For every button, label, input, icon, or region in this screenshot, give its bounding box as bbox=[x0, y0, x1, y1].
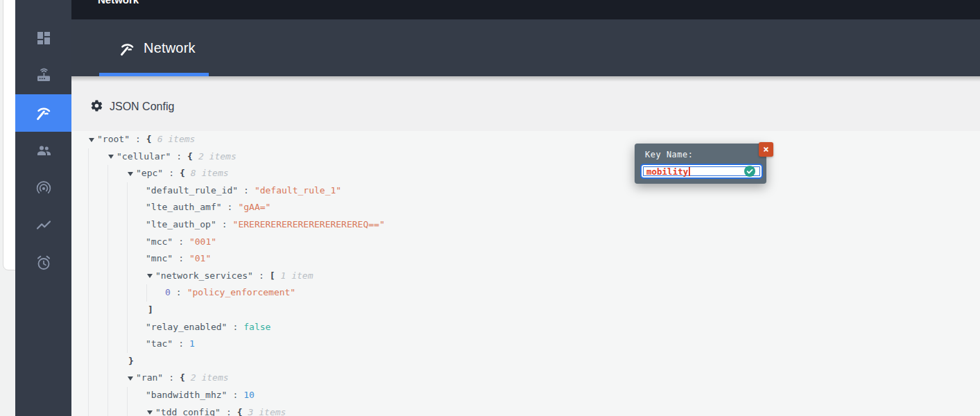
active-tab-indicator bbox=[99, 73, 209, 76]
key-name-popup: Key Name: × mobility bbox=[635, 144, 766, 184]
chart-icon bbox=[35, 217, 52, 234]
json-value[interactable]: 1 bbox=[189, 338, 195, 349]
json-key: "ran" bbox=[136, 372, 163, 383]
check-circle-icon[interactable] bbox=[744, 166, 755, 177]
tree-row-relay-enabled: "relay_enabled":false bbox=[137, 319, 980, 336]
tree-row-ran: "ran":{2 items bbox=[117, 370, 980, 387]
json-value[interactable]: "gAA=" bbox=[238, 202, 270, 212]
json-key: "lte_auth_amf" bbox=[146, 202, 222, 212]
open-bracket: [ bbox=[270, 270, 275, 281]
tree-row-tac: "tac":1 bbox=[137, 336, 980, 353]
separator: : bbox=[232, 390, 238, 400]
open-brace: { bbox=[187, 151, 193, 162]
sidebar bbox=[15, 0, 71, 416]
tree-row-cellular: "cellular":{2 items bbox=[98, 148, 980, 166]
json-config-header: JSON Config bbox=[90, 96, 174, 118]
open-brace: { bbox=[237, 407, 243, 416]
gear-icon bbox=[90, 99, 103, 115]
key-name-input[interactable]: mobility bbox=[640, 164, 763, 179]
open-brace: { bbox=[180, 168, 185, 178]
separator: : bbox=[227, 202, 233, 212]
sidebar-item-network[interactable] bbox=[15, 94, 71, 132]
tree-row-close-brace: } bbox=[117, 353, 980, 370]
tree-row-index-0: 0:"policy_enforcement" bbox=[156, 284, 980, 302]
collapse-arrow-icon[interactable] bbox=[108, 148, 117, 166]
sidebar-item-alarms[interactable] bbox=[15, 244, 71, 281]
separator: : bbox=[222, 219, 227, 229]
app-header: Network bbox=[71, 19, 980, 76]
sidebar-item-tethering[interactable] bbox=[15, 169, 71, 207]
tree-group-network-services: 0:"policy_enforcement" bbox=[146, 284, 980, 302]
json-value[interactable]: "01" bbox=[189, 253, 211, 263]
json-value[interactable]: "default_rule_1" bbox=[255, 185, 341, 196]
key-name-value: mobility bbox=[646, 166, 688, 177]
json-value[interactable]: 10 bbox=[243, 390, 255, 400]
close-bracket: ] bbox=[148, 304, 153, 315]
tree-row-network-services: "network_services":[1 item bbox=[137, 268, 980, 285]
open-brace: { bbox=[180, 372, 185, 383]
sidebar-item-dashboard[interactable] bbox=[15, 19, 71, 57]
sidebar-item-metrics[interactable] bbox=[15, 207, 71, 244]
json-key: "relay_enabled" bbox=[146, 322, 227, 332]
tree-row-default-rule-id: "default_rule_id":"default_rule_1" bbox=[137, 182, 980, 200]
separator: : bbox=[259, 270, 264, 281]
collapse-arrow-icon[interactable] bbox=[147, 404, 155, 416]
items-count: 6 items bbox=[157, 134, 196, 144]
close-icon[interactable]: × bbox=[759, 142, 773, 157]
collapse-arrow-icon[interactable] bbox=[128, 165, 136, 182]
collapse-arrow-icon[interactable] bbox=[147, 268, 155, 285]
wifi-tethering-icon bbox=[35, 180, 52, 196]
json-tree: "root":{6 items "cellular":{2 items "epc… bbox=[71, 131, 980, 416]
tree-group-ran: "bandwidth_mhz":10 "tdd_config":{3 items bbox=[127, 387, 980, 416]
separator: : bbox=[226, 407, 232, 416]
close-brace: } bbox=[128, 356, 134, 366]
json-key: "tac" bbox=[146, 338, 173, 349]
array-index: 0 bbox=[165, 287, 171, 297]
json-key: "cellular" bbox=[117, 151, 171, 162]
separator: : bbox=[232, 322, 238, 332]
json-key: "network_services" bbox=[155, 270, 253, 281]
open-brace: { bbox=[146, 134, 152, 144]
dashboard-icon bbox=[35, 30, 52, 46]
tree-row-bandwidth-mhz: "bandwidth_mhz":10 bbox=[137, 387, 980, 404]
json-key: "tdd_config" bbox=[155, 407, 221, 416]
tree-group-epc: "default_rule_id":"default_rule_1" "lte_… bbox=[127, 182, 980, 353]
network-check-icon bbox=[35, 105, 52, 121]
json-key: "lte_auth_op" bbox=[146, 219, 216, 229]
people-icon bbox=[35, 142, 52, 159]
items-count: 2 items bbox=[191, 372, 229, 383]
json-value[interactable]: "policy_enforcement" bbox=[187, 287, 296, 297]
json-key: "epc" bbox=[136, 168, 163, 178]
json-value[interactable]: false bbox=[243, 322, 270, 332]
collapse-arrow-icon[interactable] bbox=[128, 370, 136, 387]
json-value[interactable]: "EREREREREREREREREREREREQ==" bbox=[233, 219, 385, 229]
json-key: "mcc" bbox=[146, 236, 173, 247]
network-check-icon bbox=[119, 41, 135, 60]
text-cursor bbox=[689, 167, 690, 176]
sidebar-item-gateways[interactable] bbox=[15, 57, 71, 94]
items-count: 2 items bbox=[198, 151, 237, 162]
page-title-cut: Network bbox=[98, 0, 139, 6]
separator: : bbox=[176, 287, 182, 297]
tree-row-mcc: "mcc":"001" bbox=[137, 234, 980, 251]
tree-group-root: "cellular":{2 items "epc":{8 items "defa… bbox=[88, 148, 980, 416]
tree-row-root: "root":{6 items bbox=[97, 131, 980, 148]
json-key: "root" bbox=[97, 134, 130, 144]
json-key: "bandwidth_mhz" bbox=[146, 390, 227, 400]
collapse-arrow-icon[interactable] bbox=[89, 131, 97, 148]
header-title: Network bbox=[144, 19, 196, 76]
alarm-icon bbox=[35, 254, 52, 271]
items-count: 8 items bbox=[191, 168, 229, 178]
tree-row-epc: "epc":{8 items bbox=[117, 165, 980, 182]
sidebar-item-subscribers[interactable] bbox=[15, 132, 71, 169]
items-count: 1 item bbox=[281, 270, 313, 281]
separator: : bbox=[178, 253, 184, 263]
json-key: "mnc" bbox=[146, 253, 173, 263]
tree-row-lte-auth-op: "lte_auth_op":"EREREREREREREREREREREREQ=… bbox=[137, 216, 980, 234]
separator: : bbox=[243, 185, 249, 196]
json-key: "default_rule_id" bbox=[146, 185, 238, 196]
separator: : bbox=[178, 236, 184, 247]
separator: : bbox=[169, 372, 174, 383]
json-value[interactable]: "001" bbox=[189, 236, 216, 247]
router-icon bbox=[35, 67, 52, 84]
